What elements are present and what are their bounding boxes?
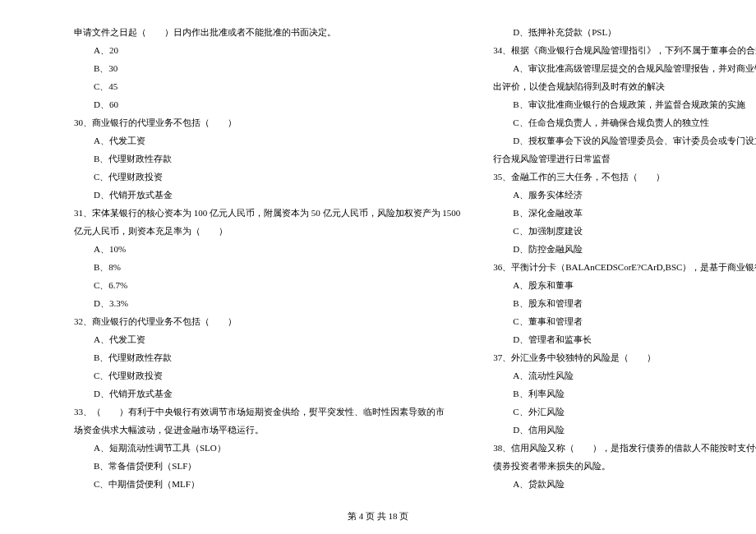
text-line: 申请文件之日起（ ）日内作出批准或者不能批准的书面决定。 [74, 23, 460, 41]
page-number: 第 4 页 共 18 页 [348, 511, 408, 521]
text-line: 出评价，以使合规缺陷得到及时有效的解决 [493, 77, 756, 95]
text-line: 31、宋体某银行的核心资本为 100 亿元人民币，附属资本为 50 亿元人民币，… [74, 204, 460, 222]
text-line: 36、平衡计分卡（BALAnCEDSCorE?CArD,BSC），是基于商业银行… [493, 258, 756, 276]
text-line: 30、商业银行的代理业务不包括（ ） [74, 113, 460, 131]
text-line: B、8% [74, 258, 460, 276]
text-line: A、股东和董事 [493, 276, 756, 294]
text-line: A、代发工资 [74, 330, 460, 348]
text-line: A、10% [74, 240, 460, 258]
text-line: 债券投资者带来损失的风险。 [493, 457, 756, 475]
text-line: 行合规风险管理进行日常监督 [493, 150, 756, 168]
text-line: D、60 [74, 95, 460, 113]
page-footer: 第 4 页 共 18 页 [0, 510, 756, 522]
text-line: C、中期借贷便利（MLF） [74, 475, 460, 493]
left-column: 申请文件之日起（ ）日内作出批准或者不能批准的书面决定。A、20B、30C、45… [74, 23, 460, 493]
text-line: A、审议批准高级管理层提交的合规风险管理报告，并对商业银行管理合规风险的有效性作 [493, 59, 756, 77]
text-line: A、服务实体经济 [493, 186, 756, 204]
text-line: D、抵押补充贷款（PSL） [493, 23, 756, 41]
text-line: 38、信用风险又称（ ），是指发行债券的借款人不能按时支付债券利息或偿还本金，而… [493, 439, 756, 457]
text-line: D、信用风险 [493, 421, 756, 439]
text-line: B、审议批准商业银行的合规政策，并监督合规政策的实施 [493, 95, 756, 113]
text-line: B、30 [74, 59, 460, 77]
text-line: 亿元人民币，则资本充足率为（ ） [74, 222, 460, 240]
text-line: 场资金供求大幅波动，促进金融市场平稳运行。 [74, 421, 460, 439]
text-line: C、加强制度建设 [493, 222, 756, 240]
text-line: C、外汇风险 [493, 403, 756, 421]
text-line: A、贷款风险 [493, 475, 756, 493]
text-line: A、代发工资 [74, 131, 460, 150]
page-body: 申请文件之日起（ ）日内作出批准或者不能批准的书面决定。A、20B、30C、45… [0, 0, 756, 526]
text-line: D、管理者和监事长 [493, 330, 756, 348]
text-line: C、任命合规负责人，并确保合规负责人的独立性 [493, 113, 756, 131]
text-line: 32、商业银行的代理业务不包括（ ） [74, 312, 460, 330]
text-line: B、利率风险 [493, 384, 756, 403]
text-line: 37、外汇业务中较独特的风险是（ ） [493, 348, 756, 366]
text-line: D、授权董事会下设的风险管理委员会、审计委员会或专门设立的合规管理委员会对商业银 [493, 131, 756, 150]
text-line: B、代理财政性存款 [74, 150, 460, 168]
text-line: D、代销开放式基金 [74, 384, 460, 403]
right-column: D、抵押补充贷款（PSL）34、根据《商业银行合规风险管理指引》，下列不属于董事… [493, 23, 756, 493]
text-line: B、常备借贷便利（SLF） [74, 457, 460, 475]
text-line: 34、根据《商业银行合规风险管理指引》，下列不属于董事会的合规管理职责的是（ ） [493, 41, 756, 59]
text-line: A、短期流动性调节工具（SLO） [74, 439, 460, 457]
text-line: B、股东和管理者 [493, 294, 756, 312]
text-line: C、代理财政投资 [74, 366, 460, 384]
text-line: D、代销开放式基金 [74, 186, 460, 204]
text-line: C、董事和管理者 [493, 312, 756, 330]
text-line: D、3.3% [74, 294, 460, 312]
text-line: D、防控金融风险 [493, 240, 756, 258]
text-line: A、20 [74, 41, 460, 59]
text-line: C、代理财政投资 [74, 168, 460, 186]
text-line: B、深化金融改革 [493, 204, 756, 222]
text-line: 35、金融工作的三大任务，不包括（ ） [493, 168, 756, 186]
text-line: C、6.7% [74, 276, 460, 294]
text-line: B、代理财政性存款 [74, 348, 460, 366]
text-line: A、流动性风险 [493, 366, 756, 384]
text-line: C、45 [74, 77, 460, 95]
text-line: 33、（ ）有利于中央银行有效调节市场短期资金供给，熨平突发性、临时性因素导致的… [74, 403, 460, 421]
